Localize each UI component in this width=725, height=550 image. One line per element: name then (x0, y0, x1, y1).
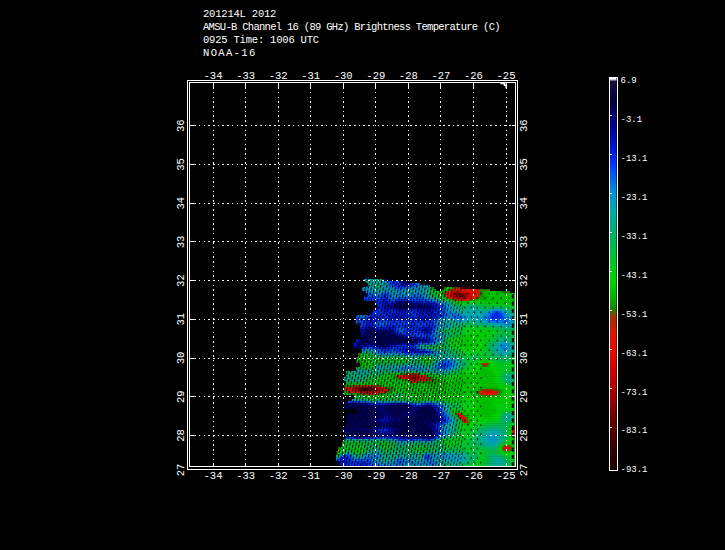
svg-text:-23.1: -23.1 (621, 193, 648, 203)
svg-text:-32: -32 (269, 70, 288, 82)
svg-text:36: 36 (518, 119, 530, 132)
svg-text:-33.1: -33.1 (621, 232, 648, 242)
svg-text:34: 34 (518, 197, 530, 210)
svg-text:-29: -29 (366, 470, 385, 482)
svg-text:-63.1: -63.1 (621, 349, 648, 359)
svg-text:29: 29 (175, 390, 187, 403)
svg-text:-28: -28 (399, 470, 418, 482)
svg-text:-53.1: -53.1 (621, 310, 648, 320)
svg-text:-93.1: -93.1 (621, 465, 648, 475)
svg-text:33: 33 (518, 236, 530, 249)
svg-text:-30: -30 (334, 470, 353, 482)
svg-text:-33: -33 (236, 70, 255, 82)
svg-text:-73.1: -73.1 (621, 388, 648, 398)
svg-text:-31: -31 (301, 470, 320, 482)
svg-text:-27: -27 (431, 70, 450, 82)
svg-text:28: 28 (518, 429, 530, 442)
svg-text:-26: -26 (464, 470, 483, 482)
svg-text:30: 30 (175, 352, 187, 365)
svg-text:32: 32 (175, 274, 187, 287)
svg-text:-29: -29 (366, 70, 385, 82)
svg-text:27: 27 (175, 464, 187, 477)
svg-text:-25: -25 (497, 70, 516, 82)
svg-text:28: 28 (175, 429, 187, 442)
svg-text:6.9: 6.9 (621, 76, 637, 86)
svg-text:-25: -25 (497, 470, 516, 482)
svg-text:-34: -34 (204, 70, 223, 82)
svg-text:34: 34 (175, 197, 187, 210)
svg-text:33: 33 (175, 236, 187, 249)
svg-text:-13.1: -13.1 (621, 154, 648, 164)
svg-text:30: 30 (518, 352, 530, 365)
svg-text:-34: -34 (204, 470, 223, 482)
svg-text:27: 27 (518, 464, 530, 477)
svg-text:-26: -26 (464, 70, 483, 82)
svg-text:-28: -28 (399, 70, 418, 82)
svg-text:31: 31 (175, 313, 187, 326)
svg-text:29: 29 (518, 390, 530, 403)
svg-text:-43.1: -43.1 (621, 271, 648, 281)
svg-text:32: 32 (518, 274, 530, 287)
svg-text:-30: -30 (334, 70, 353, 82)
svg-text:35: 35 (175, 158, 187, 171)
svg-text:36: 36 (175, 119, 187, 132)
svg-text:-31: -31 (301, 70, 320, 82)
svg-text:-83.1: -83.1 (621, 426, 648, 436)
svg-text:-33: -33 (236, 470, 255, 482)
svg-text:-27: -27 (431, 470, 450, 482)
svg-text:35: 35 (518, 158, 530, 171)
svg-text:-32: -32 (269, 470, 288, 482)
svg-text:31: 31 (518, 313, 530, 326)
svg-text:-3.1: -3.1 (621, 115, 643, 125)
